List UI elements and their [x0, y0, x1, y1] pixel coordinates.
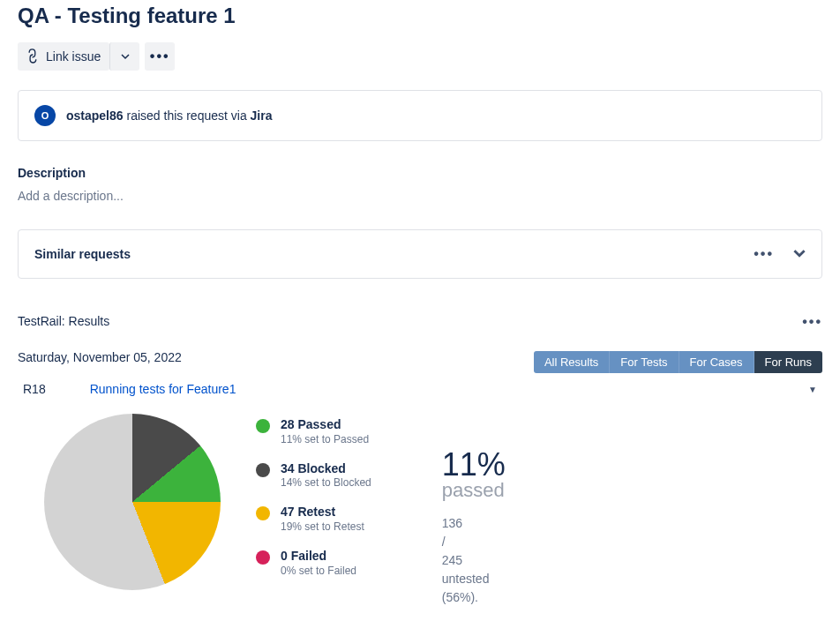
legend-item-blocked: 34 Blocked 14% set to Blocked — [256, 461, 371, 491]
more-icon: ••• — [150, 49, 170, 64]
legend-dot-retest — [256, 506, 270, 520]
link-icon — [23, 46, 45, 68]
tab-for-tests[interactable]: For Tests — [610, 351, 679, 373]
link-issue-dropdown-button[interactable] — [109, 42, 139, 71]
legend-item-failed: 0 Failed 0% set to Failed — [256, 549, 371, 579]
legend-retest-sub: 19% set to Retest — [281, 520, 364, 535]
similar-requests-card: Similar requests ••• — [18, 229, 822, 279]
tab-all-results[interactable]: All Results — [534, 351, 610, 373]
summary-untested-pct: (56%). — [442, 588, 504, 607]
requester-raised: raised this request via — [124, 108, 251, 123]
testrail-section-title: TestRail: Results — [18, 314, 109, 328]
toolbar: Link issue ••• — [18, 42, 822, 71]
summary-untested-b: 245 — [442, 551, 504, 570]
legend-failed-sub: 0% set to Failed — [281, 564, 356, 579]
summary-block: 11% passed 136 / 245 untested (56%). — [442, 449, 506, 607]
link-issue-label: Link issue — [46, 49, 101, 64]
tab-for-runs[interactable]: For Runs — [754, 351, 822, 373]
summary-untested: 136 / 245 untested (56%). — [442, 514, 504, 607]
run-id: R18 — [23, 382, 46, 396]
requester-text: ostapel86 raised this request via Jira — [66, 108, 272, 123]
testrail-date: Saturday, November 05, 2022 — [18, 350, 182, 364]
legend-dot-blocked — [256, 463, 270, 477]
legend-blocked-sub: 14% set to Blocked — [281, 475, 371, 490]
legend-blocked-title: 34 Blocked — [281, 461, 371, 476]
summary-untested-slash: / — [442, 533, 504, 551]
pie-chart — [44, 414, 221, 590]
legend-failed-title: 0 Failed — [281, 549, 356, 564]
run-name-link[interactable]: Running tests for Feature1 — [90, 382, 236, 396]
legend-passed-title: 28 Passed — [281, 417, 369, 432]
avatar: O — [34, 105, 56, 126]
page-title: QA - Testing feature 1 — [18, 4, 822, 28]
similar-requests-title: Similar requests — [34, 247, 131, 261]
results-body: 28 Passed 11% set to Passed 34 Blocked 1… — [18, 405, 822, 625]
similar-expand-button[interactable] — [793, 247, 806, 262]
result-tabs: All Results For Tests For Cases For Runs — [534, 351, 822, 373]
testrail-more-button[interactable]: ••• — [802, 314, 822, 330]
requester-username: ostapel86 — [66, 108, 124, 123]
summary-percent: 11% — [442, 449, 506, 481]
legend-item-passed: 28 Passed 11% set to Passed — [256, 417, 371, 447]
link-issue-button[interactable]: Link issue — [18, 42, 109, 71]
similar-more-button[interactable]: ••• — [754, 246, 774, 262]
legend-passed-sub: 11% set to Passed — [281, 432, 369, 447]
requester-card: O ostapel86 raised this request via Jira — [18, 90, 822, 141]
run-row: R18 Running tests for Feature1 ▼ — [18, 373, 822, 405]
description-input[interactable]: Add a description... — [18, 189, 822, 203]
chevron-down-icon — [121, 49, 130, 64]
tab-for-cases[interactable]: For Cases — [679, 351, 754, 373]
legend-item-retest: 47 Retest 19% set to Retest — [256, 505, 371, 535]
summary-untested-a: 136 — [442, 514, 504, 533]
legend: 28 Passed 11% set to Passed 34 Blocked 1… — [256, 417, 371, 578]
legend-dot-failed — [256, 550, 270, 565]
legend-dot-passed — [256, 419, 270, 433]
summary-passed-word: passed — [442, 479, 506, 502]
legend-retest-title: 47 Retest — [281, 505, 364, 520]
summary-untested-word: untested — [442, 570, 504, 588]
description-label: Description — [18, 166, 822, 180]
more-actions-button[interactable]: ••• — [145, 42, 175, 71]
run-dropdown-button[interactable]: ▼ — [808, 385, 817, 394]
requester-via: Jira — [251, 108, 273, 123]
